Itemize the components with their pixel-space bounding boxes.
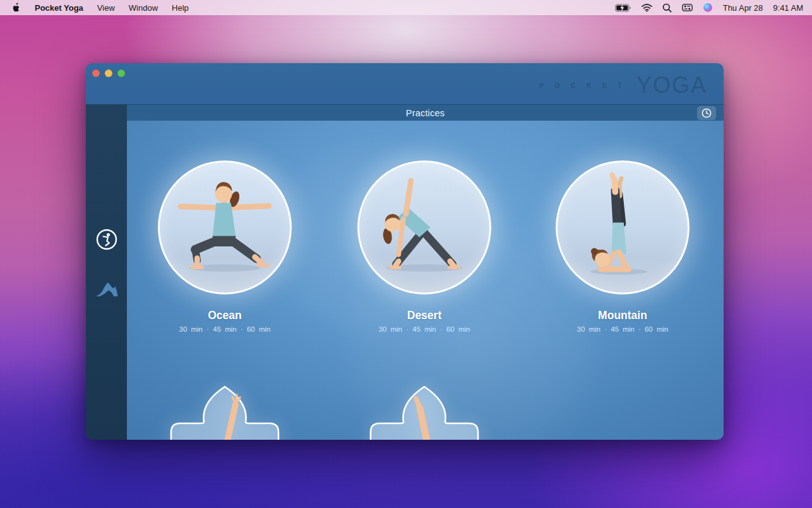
pocket-yoga-window: P O C K E T YOGA (86, 63, 724, 440)
practice-name: Mountain (556, 309, 690, 322)
desktop: Pocket Yoga View Window Help (0, 0, 812, 508)
menu-app-name[interactable]: Pocket Yoga (35, 3, 83, 13)
apple-menu-icon[interactable] (11, 3, 21, 13)
sidebar (86, 104, 127, 440)
history-button[interactable] (697, 106, 716, 120)
practice-name: Ocean (158, 309, 292, 322)
pocket-yoga-logo: P O C K E T YOGA (539, 71, 707, 98)
minimize-button[interactable] (105, 70, 112, 77)
battery-charging-icon[interactable] (615, 4, 631, 12)
main-panel: Practices (127, 104, 724, 440)
practice-name: Desert (357, 309, 491, 322)
close-button[interactable] (92, 70, 100, 77)
lotus-practice-card[interactable] (165, 382, 285, 440)
menu-window[interactable]: Window (129, 3, 158, 13)
practice-durations: 30 min · 45 min · 60 min (158, 325, 292, 333)
lotus-practice-card[interactable] (364, 382, 484, 440)
practice-card-mountain[interactable]: Mountain 30 min · 45 min · 60 min (556, 160, 690, 333)
pose-circle-warrior2 (158, 160, 292, 294)
logo-pocket-text: P O C K E T (539, 81, 626, 88)
practice-durations: 30 min · 45 min · 60 min (357, 325, 491, 333)
clock-icon (702, 108, 712, 118)
menu-bar: Pocket Yoga View Window Help (0, 0, 812, 15)
downward-dog-icon (95, 279, 119, 298)
menu-help[interactable]: Help (172, 3, 189, 13)
logo-yoga-text: YOGA (636, 71, 707, 98)
sidebar-item-practices[interactable] (95, 228, 118, 253)
window-titlebar: P O C K E T YOGA (86, 63, 724, 104)
practice-card-ocean[interactable]: Ocean 30 min · 45 min · 60 min (158, 160, 292, 333)
sidebar-item-poses[interactable] (95, 279, 119, 300)
siri-icon[interactable] (703, 3, 713, 13)
wifi-icon[interactable] (642, 4, 652, 12)
practice-card-desert[interactable]: Desert 30 min · 45 min · 60 min (357, 160, 491, 333)
practices-header-bar: Practices (127, 104, 724, 121)
practice-durations: 30 min · 45 min · 60 min (556, 325, 690, 333)
menu-view[interactable]: View (97, 3, 115, 13)
menu-date[interactable]: Thu Apr 28 (723, 3, 763, 13)
page-title: Practices (406, 108, 445, 118)
pose-circle-triangle (357, 160, 491, 294)
menu-time[interactable]: 9:41 AM (773, 3, 803, 13)
control-center-icon[interactable] (682, 4, 693, 11)
pose-circle-forearm-stand (556, 160, 690, 294)
practices-content: Ocean 30 min · 45 min · 60 min (127, 121, 724, 440)
traffic-lights (92, 70, 125, 77)
practices-figure-icon (95, 228, 118, 251)
spotlight-search-icon[interactable] (662, 3, 672, 13)
zoom-button[interactable] (117, 70, 125, 77)
